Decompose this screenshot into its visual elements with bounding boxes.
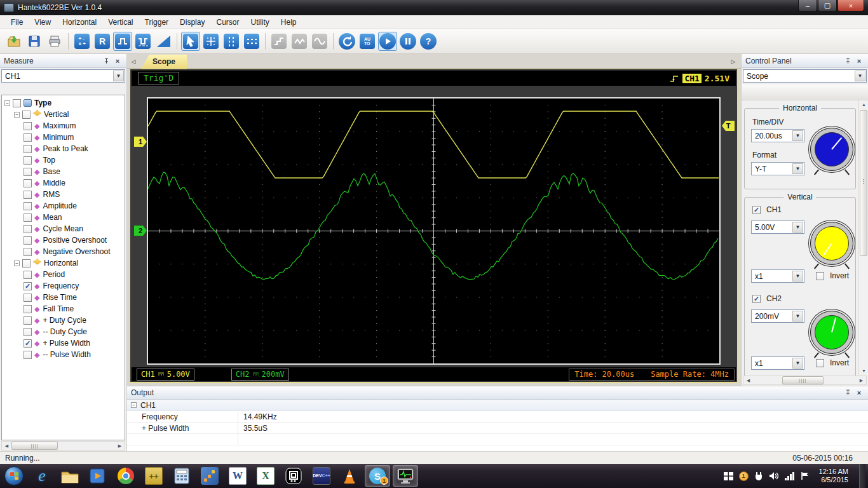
checkbox[interactable]: ✓ [24,339,32,348]
horizontal-cursor-icon[interactable] [242,32,261,51]
collapse-icon[interactable]: − [131,402,137,408]
tree-item-base[interactable]: ◆Base [2,166,125,177]
checkbox[interactable] [22,111,31,119]
measure-hscrollbar[interactable]: ◀ |||| ▶ [1,441,125,451]
ch1-checkbox[interactable]: ✓ [752,206,761,214]
checkbox[interactable] [24,168,32,176]
output-group-row[interactable]: − CH1 [127,400,868,411]
ch1-invert-row[interactable]: Invert [816,271,849,280]
tree-item-period[interactable]: ◆Period [2,269,125,280]
math-icon[interactable]: + -x ÷ [72,32,92,51]
tree-item-fall-time[interactable]: ◆Fall Time [2,303,125,315]
checkbox[interactable] [24,202,32,210]
power-plug-icon[interactable] [754,471,763,481]
scroll-down-icon[interactable]: ▼ [859,367,868,375]
menu-trigger[interactable]: Trigger [139,17,175,28]
pulse-alt-icon[interactable] [133,32,153,51]
internet-explorer-icon[interactable]: e [29,465,55,487]
menu-horizontal[interactable]: Horizontal [57,17,102,28]
scroll-left-icon[interactable]: ◀ [2,442,11,450]
checkbox[interactable] [22,259,31,268]
action-center-flag-icon[interactable] [801,471,810,480]
ch2-position-marker[interactable]: 2 [134,226,147,236]
volume-icon[interactable] [769,471,779,480]
pause-icon[interactable] [398,32,417,51]
tree-item-positive-overshoot[interactable]: ◆Positive Overshoot [2,234,125,246]
ch1-scale-select[interactable]: 5.00V ▼ [751,220,804,234]
ch1-invert-checkbox[interactable] [816,272,824,280]
ch2-probe-select[interactable]: x1 ▼ [751,356,804,370]
tree-item--duty-cycle[interactable]: ◆+ Duty Cycle [2,315,125,326]
scroll-right-icon[interactable]: ▶ [857,376,866,384]
tab-scroll-right-icon[interactable]: ▷ [728,56,738,67]
checkbox[interactable] [24,316,32,325]
scroll-up-icon[interactable]: ▲ [859,100,868,109]
tray-windows-icon[interactable] [724,472,733,480]
tree-group-horizontal[interactable]: −Horizontal [2,257,125,269]
tree-item--pulse-width[interactable]: ✓◆+ Pulse Width [2,337,125,349]
windows-explorer-icon[interactable] [57,465,83,487]
tree-item--duty-cycle[interactable]: ◆-- Duty Cycle [2,326,125,337]
ch1-position-marker[interactable]: 1 [134,137,147,147]
pin-icon[interactable] [843,57,853,65]
checkbox[interactable] [24,271,32,279]
checkbox[interactable] [24,156,32,165]
menu-view[interactable]: View [29,17,57,28]
maximize-button[interactable]: ▢ [818,0,837,11]
reference-icon[interactable]: R [93,32,112,51]
ch2-invert-checkbox[interactable] [816,359,824,367]
checkbox[interactable] [24,351,32,359]
network-icon[interactable] [785,472,795,480]
trigger-level-marker[interactable]: T [722,121,735,131]
close-panel-icon[interactable]: × [112,57,123,65]
circuit-app-icon[interactable] [281,465,306,487]
scroll-left-icon[interactable]: ◀ [743,376,753,384]
measure-channel-select[interactable]: CH1 ▼ [1,69,125,83]
tree-item-top[interactable]: ◆Top [2,154,125,166]
calculator-icon[interactable] [169,465,194,487]
close-button[interactable]: × [837,0,864,11]
show-desktop-button[interactable] [859,464,865,488]
tree-item-minimum[interactable]: ◆Minimum [2,132,125,143]
skype-icon[interactable]: S1 [365,465,390,487]
checkbox[interactable] [24,214,32,222]
control-mode-select[interactable]: Scope ▼ [743,69,867,83]
tree-item-rms[interactable]: ◆RMS [2,189,125,200]
tree-item-frequency[interactable]: ✓◆Frequency [2,280,125,292]
print-icon[interactable] [45,32,64,51]
cursor-arrow-icon[interactable] [181,32,200,51]
close-panel-icon[interactable]: × [854,388,864,397]
ch2-position-knob[interactable] [810,311,853,354]
horizontal-knob[interactable] [810,128,853,171]
plus-plus-app-icon[interactable]: ++ [141,465,166,487]
tab-scroll-left-icon[interactable]: ◁ [128,56,139,67]
zigzag-wave-icon[interactable] [290,32,309,51]
tree-item-rise-time[interactable]: ◆Rise Time [2,292,125,303]
hantek-app-icon[interactable] [393,465,418,487]
tree-item-mean[interactable]: ◆Mean [2,212,125,223]
menu-file[interactable]: File [5,17,29,28]
taskbar-clock[interactable]: 12:16 AM6/5/2015 [819,468,848,484]
tray-notification-badge[interactable]: 1 [739,471,749,481]
pulse-icon[interactable] [113,32,132,51]
menu-cursor[interactable]: Cursor [210,17,245,28]
triangle-icon[interactable] [154,32,173,51]
control-vscrollbar[interactable]: ▲ ▼ [858,100,868,375]
blue-app-icon[interactable] [197,465,222,487]
checkbox[interactable] [24,179,32,187]
minimize-button[interactable]: – [798,0,817,11]
vlc-icon[interactable] [337,465,362,487]
menu-help[interactable]: Help [275,17,302,28]
word-icon[interactable]: W [225,465,250,487]
ch2-invert-row[interactable]: Invert [816,358,849,367]
pin-icon[interactable] [101,57,111,65]
tree-group-vertical[interactable]: −Vertical [2,109,125,120]
checkbox[interactable] [24,294,32,302]
checkbox[interactable] [24,145,32,153]
ch2-enable-row[interactable]: ✓ CH2 [752,294,782,303]
checkbox[interactable] [13,99,21,107]
control-hscrollbar[interactable]: ◀ |||| ▶ [743,376,867,385]
ch2-checkbox[interactable]: ✓ [752,295,761,303]
auto-setup-icon[interactable]: AUTO [358,32,377,51]
open-icon[interactable] [4,32,24,51]
